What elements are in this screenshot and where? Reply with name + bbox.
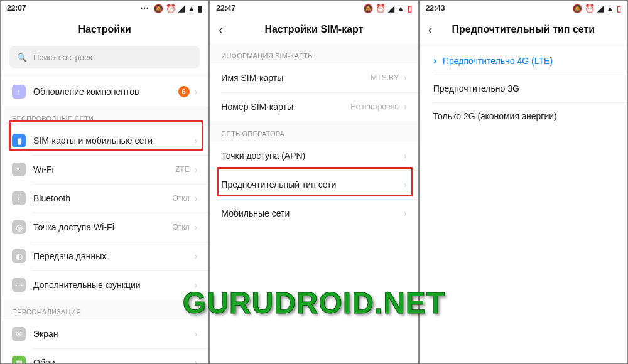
row-value: Не настроено	[350, 102, 399, 111]
network-options: › Предпочтительно 4G (LTE) Предпочтитель…	[420, 43, 627, 363]
row-icon: ◐	[12, 249, 26, 263]
signal-icon: ◢	[597, 4, 604, 13]
row-Мобильные сети[interactable]: Мобильные сети ›	[210, 199, 418, 228]
mute-icon: 🔕	[572, 4, 582, 13]
row-Предпочтительный тип сети[interactable]: Предпочтительный тип сети ›	[210, 170, 418, 199]
chevron-right-icon: ›	[195, 251, 198, 261]
row-label: Мобильные сети	[221, 208, 404, 218]
row-label: Дополнительные функции	[33, 280, 195, 290]
chevron-right-icon: ›	[195, 358, 198, 363]
status-icons: 🔕 ⏰ ◢ ▲ ▯	[572, 4, 621, 13]
row-Точки доступа (APN)[interactable]: Точки доступа (APN) ›	[210, 141, 418, 170]
row-label: Передача данных	[33, 251, 195, 261]
option-label: Только 2G (экономия энергии)	[433, 111, 616, 121]
page-title: Настройки SIM-карт	[265, 24, 364, 35]
wifi-icon: ▲	[187, 4, 195, 13]
row-icon: ◎	[12, 220, 26, 234]
header: Настройки	[1, 16, 208, 43]
status-time: 22:43	[426, 4, 445, 13]
row-value: ZTE	[175, 165, 190, 174]
row-icon: ▦	[12, 356, 26, 363]
chevron-right-icon: ›	[195, 280, 198, 290]
section-sim-info: ИНФОРМАЦИЯ SIM-КАРТЫ	[210, 43, 418, 63]
row-label: Bluetooth	[33, 193, 172, 203]
status-time: 22:47	[216, 4, 236, 13]
alarm-icon: ⏰	[585, 4, 595, 13]
row-icon: ᚼ	[12, 191, 26, 205]
row-label: Имя SIM-карты	[221, 73, 371, 83]
chevron-right-icon: ›	[404, 208, 407, 218]
chevron-right-icon: ›	[195, 193, 198, 203]
row-Обои[interactable]: ▦ Обои ›	[1, 348, 208, 363]
back-button[interactable]: ‹	[428, 23, 433, 37]
chevron-right-icon: ›	[404, 73, 407, 83]
battery-icon: ▯	[408, 4, 412, 13]
chevron-right-icon: ›	[404, 179, 407, 190]
row-Точка доступа Wi-Fi[interactable]: ◎ Точка доступа Wi-Fi Откл ›	[1, 213, 208, 242]
row-label: Обновление компонентов	[33, 87, 178, 97]
search-input[interactable]: 🔍 Поиск настроек	[9, 46, 200, 68]
row-Wi-Fi[interactable]: ᯤ Wi-Fi ZTE ›	[1, 155, 208, 184]
check-icon: ›	[433, 55, 436, 67]
row-label: Wi-Fi	[33, 164, 175, 174]
sim-list: ИНФОРМАЦИЯ SIM-КАРТЫ Имя SIM-карты MTS.B…	[210, 43, 418, 363]
header: ‹ Предпочтительный тип сети	[420, 16, 627, 43]
option-label: Предпочтительно 4G (LTE)	[443, 56, 616, 66]
row-update[interactable]: ↑ Обновление компонентов 6 ›	[1, 77, 208, 106]
status-time: 22:07	[7, 4, 26, 13]
row-Имя SIM-карты[interactable]: Имя SIM-карты MTS.BY ›	[210, 63, 418, 92]
chevron-right-icon: ›	[404, 102, 407, 112]
row-Экран[interactable]: ☀ Экран ›	[1, 319, 208, 348]
statusbar: 22:43 🔕 ⏰ ◢ ▲ ▯	[420, 1, 627, 16]
back-button[interactable]: ‹	[219, 23, 223, 37]
option-Только 2G (экономия энергии)[interactable]: Только 2G (экономия энергии)	[420, 102, 627, 130]
mute-icon: 🔕	[153, 4, 163, 13]
alarm-icon: ⏰	[376, 4, 386, 13]
chevron-right-icon: ›	[195, 87, 198, 97]
row-icon: ⋯	[12, 278, 26, 292]
battery-icon: ▯	[617, 4, 621, 13]
row-value: MTS.BY	[371, 73, 399, 82]
alarm-icon: ⏰	[166, 4, 176, 13]
row-Дополнительные функции[interactable]: ⋯ Дополнительные функции ›	[1, 270, 208, 299]
chevron-right-icon: ›	[195, 329, 198, 339]
wifi-icon: ▲	[606, 4, 614, 13]
page-title: Предпочтительный тип сети	[452, 24, 595, 35]
row-label: Предпочтительный тип сети	[221, 179, 404, 190]
page-title: Настройки	[78, 24, 131, 35]
search-placeholder: Поиск настроек	[33, 53, 92, 62]
row-label: Точка доступа Wi-Fi	[33, 222, 172, 232]
update-icon: ↑	[12, 85, 26, 99]
mute-icon: 🔕	[363, 4, 373, 13]
option-Предпочтительно 3G[interactable]: Предпочтительно 3G	[420, 75, 627, 102]
row-value: Откл	[172, 194, 189, 203]
search-icon: 🔍	[17, 53, 27, 62]
row-label: Номер SIM-карты	[221, 102, 350, 112]
signal-icon: ◢	[388, 4, 394, 13]
row-icon: ᯤ	[12, 163, 26, 176]
statusbar: 22:47 🔕 ⏰ ◢ ▲ ▯	[210, 1, 418, 16]
chevron-right-icon: ›	[195, 164, 198, 174]
signal-icon: ◢	[178, 4, 185, 13]
row-Номер SIM-карты[interactable]: Номер SIM-карты Не настроено ›	[210, 92, 418, 121]
row-Bluetooth[interactable]: ᚼ Bluetooth Откл ›	[1, 184, 208, 213]
section-personal: ПЕРСОНАЛИЗАЦИЯ	[1, 299, 208, 319]
section-operator: СЕТЬ ОПЕРАТОРА	[210, 121, 418, 141]
row-SIM-карты и мобильные сети[interactable]: ▮ SIM-карты и мобильные сети ›	[1, 126, 208, 155]
header: ‹ Настройки SIM-карт	[210, 16, 418, 43]
option-label: Предпочтительно 3G	[433, 83, 616, 94]
update-badge: 6	[178, 86, 190, 97]
battery-icon: ▮	[198, 4, 202, 13]
settings-list: ↑ Обновление компонентов 6 › БЕСПРОВОДНЫ…	[1, 73, 208, 363]
section-wireless: БЕСПРОВОДНЫЕ СЕТИ	[1, 106, 208, 126]
status-icons: ⋯ 🔕 ⏰ ◢ ▲ ▮	[140, 3, 202, 13]
statusbar: 22:07 ⋯ 🔕 ⏰ ◢ ▲ ▮	[1, 1, 208, 16]
row-Передача данных[interactable]: ◐ Передача данных ›	[1, 242, 208, 270]
more-icon: ⋯	[140, 3, 149, 13]
screen-network-type: 22:43 🔕 ⏰ ◢ ▲ ▯ ‹ Предпочтительный тип с…	[419, 0, 628, 364]
screen-settings: 22:07 ⋯ 🔕 ⏰ ◢ ▲ ▮ Настройки 🔍 Поиск наст…	[0, 0, 209, 364]
row-label: SIM-карты и мобильные сети	[33, 136, 195, 146]
option-Предпочтительно 4G (LTE)[interactable]: › Предпочтительно 4G (LTE)	[420, 47, 627, 75]
chevron-right-icon: ›	[195, 136, 198, 146]
screen-sim-settings: 22:47 🔕 ⏰ ◢ ▲ ▯ ‹ Настройки SIM-карт ИНФ…	[209, 0, 418, 364]
